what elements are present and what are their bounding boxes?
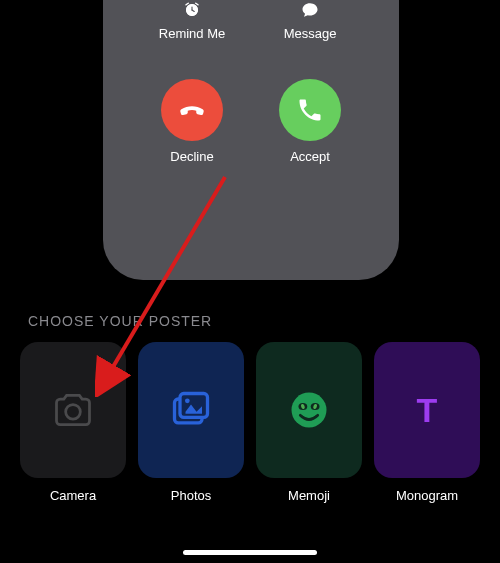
poster-memoji[interactable]: Memoji	[256, 342, 362, 503]
photos-icon	[169, 388, 213, 432]
remind-me-label: Remind Me	[159, 26, 225, 41]
decline-button[interactable]: Decline	[152, 79, 232, 164]
message-option[interactable]: Message	[270, 0, 350, 41]
photos-label: Photos	[171, 488, 211, 503]
call-options-row: Remind Me Message	[123, 0, 379, 41]
poster-photos[interactable]: Photos	[138, 342, 244, 503]
photos-tile	[138, 342, 244, 478]
accept-circle	[279, 79, 341, 141]
message-icon	[300, 0, 320, 20]
phone-icon	[296, 96, 324, 124]
svg-point-6	[66, 405, 81, 420]
svg-point-9	[185, 398, 190, 403]
monogram-tile: T	[374, 342, 480, 478]
call-buttons-row: Decline Accept	[123, 79, 379, 164]
section-header: CHOOSE YOUR POSTER	[28, 313, 212, 329]
phone-call-preview: Remind Me Message Decline	[103, 0, 399, 280]
phone-down-icon	[177, 95, 207, 125]
svg-rect-8	[180, 394, 208, 418]
memoji-label: Memoji	[288, 488, 330, 503]
memoji-icon	[288, 389, 330, 431]
alarm-icon	[182, 0, 202, 20]
poster-camera[interactable]: Camera	[20, 342, 126, 503]
remind-me-option[interactable]: Remind Me	[152, 0, 232, 41]
memoji-tile	[256, 342, 362, 478]
poster-options-row: Camera Photos Memoji	[20, 342, 480, 503]
camera-tile	[20, 342, 126, 478]
decline-circle	[161, 79, 223, 141]
camera-icon	[51, 388, 95, 432]
poster-monogram[interactable]: T Monogram	[374, 342, 480, 503]
monogram-label: Monogram	[396, 488, 458, 503]
home-indicator[interactable]	[183, 550, 317, 555]
accept-button[interactable]: Accept	[270, 79, 350, 164]
decline-label: Decline	[170, 149, 213, 164]
svg-point-10	[292, 393, 327, 428]
accept-label: Accept	[290, 149, 330, 164]
message-label: Message	[284, 26, 337, 41]
monogram-letter: T	[417, 391, 438, 430]
camera-label: Camera	[50, 488, 96, 503]
